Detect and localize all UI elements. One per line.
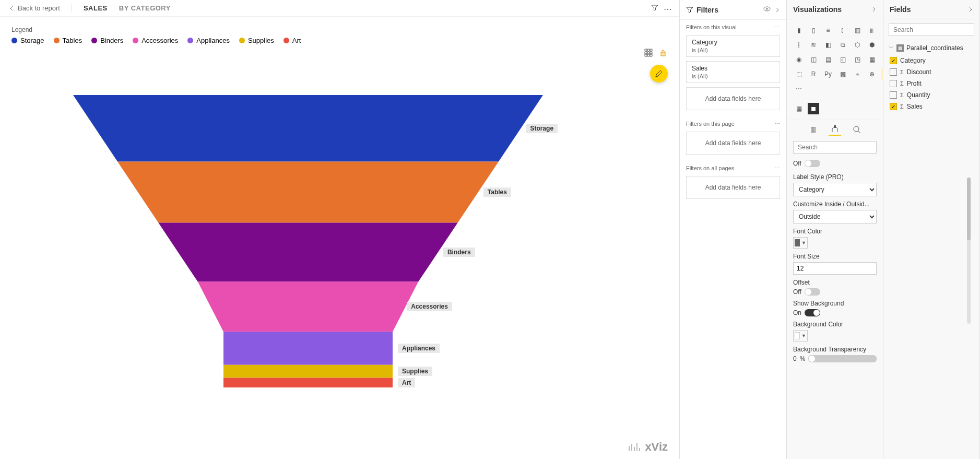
canvas-header: Back to report SALES BY CATEGORY ⋯	[0, 0, 679, 17]
collapse-filters-icon[interactable]	[775, 6, 780, 14]
more-icon[interactable]: ⋯	[774, 121, 780, 127]
bars-icon	[628, 442, 641, 452]
collapse-fields-icon[interactable]	[968, 5, 973, 14]
legend-label: Tables	[63, 37, 82, 44]
label-style-select[interactable]: Category	[793, 183, 877, 196]
viz-search-input[interactable]	[798, 144, 876, 151]
collapse-viz-icon[interactable]	[871, 5, 877, 14]
analytics-tab-icon[interactable]	[851, 123, 863, 136]
format-scrollbar-thumb[interactable]	[967, 178, 971, 240]
legend-item[interactable]: Tables	[54, 37, 82, 44]
filter-card[interactable]: Salesis (All)	[686, 61, 780, 83]
report-canvas: Back to report SALES BY CATEGORY ⋯ Legen…	[0, 0, 680, 459]
viz-type-icon[interactable]: ≡	[822, 25, 834, 36]
font-color-picker[interactable]: ▼	[793, 237, 808, 249]
viz-type-icon[interactable]: ◳	[852, 54, 863, 65]
legend-item[interactable]: Binders	[91, 37, 123, 44]
add-data-fields-target[interactable]: Add data fields here	[686, 132, 780, 155]
add-data-fields-target[interactable]: Add data fields here	[686, 176, 780, 199]
viz-type-icon[interactable]: R	[808, 68, 819, 80]
viz-type-icon[interactable]: ▤	[822, 54, 834, 65]
viz-type-icon[interactable]: ◉	[793, 54, 805, 65]
grid-view-icon[interactable]	[644, 48, 653, 57]
legend-item[interactable]: Supplies	[239, 37, 274, 44]
legend-item[interactable]: Art	[284, 37, 301, 44]
font-size-input[interactable]	[793, 262, 877, 275]
field-item-category[interactable]: ✓Category	[889, 55, 974, 66]
back-to-report-link[interactable]: Back to report	[9, 4, 72, 12]
viz-type-icon[interactable]: ▩	[837, 68, 848, 80]
filter-field-name: Sales	[692, 65, 774, 72]
fields-search-box[interactable]	[889, 23, 974, 36]
viz-option-dark-icon[interactable]: ◼	[808, 103, 819, 114]
field-checkbox[interactable]: ✓	[890, 57, 897, 64]
customize-position-select[interactable]: Outside	[793, 210, 877, 223]
legend-swatch	[187, 38, 193, 43]
svg-rect-0	[661, 52, 665, 56]
breadcrumb-by-category[interactable]: BY CATEGORY	[119, 4, 171, 12]
viz-type-icon[interactable]: ◫	[808, 54, 819, 65]
table-node[interactable]: ﹀ ▦ Parallel_coordinates	[889, 43, 974, 55]
viz-header: Visualizations	[787, 0, 883, 19]
viz-type-icon[interactable]: ⟐	[852, 68, 863, 80]
viz-fields-well-icon[interactable]: ▦	[793, 103, 805, 114]
viz-type-icon[interactable]: ⬚	[793, 68, 805, 80]
filter-card[interactable]: Categoryis (All)	[686, 35, 780, 57]
chevron-down-icon: ﹀	[889, 44, 894, 52]
field-checkbox[interactable]	[890, 91, 897, 99]
fields-search-input[interactable]	[893, 26, 972, 33]
legend-title: Legend	[11, 26, 668, 33]
field-checkbox[interactable]	[890, 80, 897, 87]
viz-type-icon[interactable]: ▮	[793, 25, 805, 36]
viz-type-icon[interactable]: ⊕	[866, 68, 878, 80]
filter-funnel-icon[interactable]	[651, 4, 658, 14]
viz-type-icon[interactable]: ▦	[866, 54, 878, 65]
unknown-toggle[interactable]	[805, 160, 820, 167]
viz-type-icon[interactable]: ⬢	[866, 39, 878, 51]
field-item-quantity[interactable]: ΣQuantity	[889, 89, 974, 101]
legend-item[interactable]: Storage	[11, 37, 44, 44]
add-data-fields-target[interactable]: Add data fields here	[686, 87, 780, 110]
field-item-sales[interactable]: ✓ΣSales	[889, 101, 974, 112]
funnel-chart[interactable]: StorageTablesBindersAccessoriesAppliance…	[73, 95, 543, 387]
more-icon[interactable]: ⋯	[774, 165, 780, 172]
viz-type-icon[interactable]: Py	[822, 68, 834, 80]
viz-search-box[interactable]	[793, 141, 877, 154]
edit-pencil-button[interactable]	[650, 65, 668, 83]
filters-panel: Filters Filters on this visual⋯Categoryi…	[680, 0, 787, 459]
format-tab-icon[interactable]	[829, 123, 841, 136]
viz-type-icon[interactable]: ⧉	[837, 39, 848, 51]
breadcrumb-sales[interactable]: SALES	[84, 4, 108, 12]
viz-type-icon[interactable]: ⫿	[837, 25, 848, 36]
back-label: Back to report	[18, 4, 60, 12]
show-bg-toggle[interactable]	[805, 309, 820, 316]
offset-toggle[interactable]	[805, 288, 820, 296]
viz-type-icon[interactable]: ⋯	[793, 83, 805, 95]
lock-icon[interactable]	[658, 48, 668, 57]
viz-type-icon[interactable]: ▥	[852, 25, 863, 36]
viz-type-icon[interactable]: ≋	[808, 39, 819, 51]
fields-tab-icon[interactable]: ▥	[807, 123, 819, 136]
field-checkbox[interactable]	[890, 68, 897, 76]
more-options-icon[interactable]: ⋯	[664, 4, 672, 14]
bg-trans-label: Background Transparency	[793, 346, 877, 353]
filter-section-title: Filters on all pages⋯	[680, 161, 786, 174]
legend-item[interactable]: Accessories	[133, 37, 178, 44]
field-checkbox[interactable]: ✓	[890, 103, 897, 110]
viz-type-icon[interactable]: ▯	[808, 25, 819, 36]
fields-title: Fields	[890, 5, 911, 14]
legend-item[interactable]: Appliances	[187, 37, 230, 44]
visualizations-panel: Visualizations ▮▯≡⫿▥⫼⫶⦚≋◧⧉⬡⬢◔◉◫▤◰◳▦⌗⬚RPy…	[787, 0, 883, 459]
viz-type-icon[interactable]: ⬡	[852, 39, 863, 51]
viz-type-icon[interactable]: ⦚	[793, 39, 805, 51]
viz-type-icon[interactable]: ◰	[837, 54, 848, 65]
bg-color-picker[interactable]: ▼	[793, 330, 808, 342]
field-item-profit[interactable]: ΣProfit	[889, 78, 974, 89]
field-item-discount[interactable]: ΣDiscount	[889, 66, 974, 78]
bg-trans-slider[interactable]	[808, 355, 877, 362]
viz-type-icon[interactable]: ◧	[822, 39, 834, 51]
sigma-icon: Σ	[900, 103, 904, 110]
more-icon[interactable]: ⋯	[774, 24, 780, 31]
eye-icon[interactable]	[763, 5, 771, 14]
viz-type-icon[interactable]: ⫼	[866, 25, 878, 36]
